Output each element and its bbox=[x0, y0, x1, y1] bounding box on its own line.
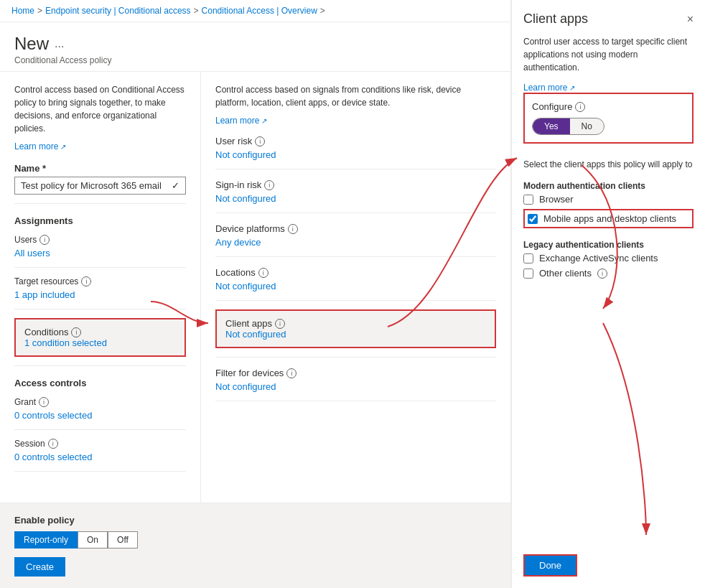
device-platforms-info-icon[interactable]: i bbox=[288, 224, 298, 234]
other-info-icon[interactable]: i bbox=[597, 269, 607, 279]
mobile-checkbox[interactable] bbox=[528, 214, 538, 224]
page-ellipsis: ... bbox=[55, 37, 64, 50]
access-controls-label: Access controls bbox=[14, 378, 186, 388]
no-button[interactable]: No bbox=[570, 118, 604, 134]
assignments-label: Assignments bbox=[14, 215, 186, 226]
client-apps-label: Client apps i bbox=[225, 318, 486, 329]
done-button[interactable]: Done bbox=[525, 556, 576, 575]
done-section: Done bbox=[523, 546, 694, 577]
configure-label: Configure i bbox=[532, 101, 685, 112]
yes-button[interactable]: Yes bbox=[533, 118, 570, 134]
breadcrumb-endpoint[interactable]: Endpoint security | Conditional access bbox=[45, 6, 191, 16]
browser-checkbox-row: Browser bbox=[523, 194, 694, 205]
user-risk-label: User risk i bbox=[215, 136, 496, 146]
target-resources-info-icon[interactable]: i bbox=[81, 276, 91, 286]
check-icon: ✓ bbox=[172, 180, 179, 191]
select-apps-text: Select the client apps this policy will … bbox=[523, 159, 694, 169]
client-apps-value[interactable]: Not configured bbox=[225, 329, 286, 340]
filter-devices-label: Filter for devices i bbox=[215, 368, 496, 378]
other-checkbox-row: Other clients i bbox=[523, 268, 694, 279]
locations-label: Locations i bbox=[215, 267, 496, 278]
filter-devices-value[interactable]: Not configured bbox=[215, 381, 276, 392]
bottom-bar: Enable policy Report-only On Off Create bbox=[0, 503, 510, 588]
breadcrumb-sep-3: > bbox=[320, 6, 325, 16]
users-label: Users i bbox=[14, 235, 186, 245]
panel-header: Client apps × bbox=[523, 11, 694, 27]
toggle-on[interactable]: On bbox=[78, 531, 108, 549]
enable-policy-label: Enable policy bbox=[14, 515, 496, 526]
panel-description: Control user access to target specific c… bbox=[523, 35, 694, 74]
user-risk-info-icon[interactable]: i bbox=[255, 136, 265, 146]
panel-learn-more[interactable]: Learn more bbox=[523, 83, 694, 93]
sign-in-risk-label: Sign-in risk i bbox=[215, 179, 496, 190]
users-info-icon[interactable]: i bbox=[39, 235, 50, 245]
toggle-off[interactable]: Off bbox=[108, 531, 138, 549]
create-button[interactable]: Create bbox=[14, 557, 65, 577]
filter-devices-info-icon[interactable]: i bbox=[286, 368, 297, 378]
breadcrumb-current[interactable]: Conditional Access | Overview bbox=[202, 6, 317, 16]
other-label: Other clients bbox=[539, 268, 592, 279]
conditions-label: Conditions i bbox=[24, 327, 176, 337]
breadcrumb-sep-1: > bbox=[37, 6, 42, 16]
done-btn-wrapper: Done bbox=[523, 554, 577, 577]
browser-checkbox[interactable] bbox=[523, 195, 533, 205]
close-button[interactable]: × bbox=[687, 13, 694, 26]
left-description: Control access based on Conditional Acce… bbox=[14, 83, 186, 135]
exchange-checkbox[interactable] bbox=[523, 253, 533, 263]
locations-value[interactable]: Not configured bbox=[215, 281, 276, 291]
device-platforms-label: Device platforms i bbox=[215, 223, 496, 234]
legacy-auth-label: Legacy authentication clients bbox=[523, 240, 694, 250]
mobile-label: Mobile apps and desktop clients bbox=[543, 213, 676, 224]
breadcrumb: Home > Endpoint security | Conditional a… bbox=[0, 0, 510, 22]
sign-in-risk-value[interactable]: Not configured bbox=[215, 193, 276, 204]
right-learn-more[interactable]: Learn more bbox=[215, 116, 267, 126]
target-resources-label: Target resources i bbox=[14, 276, 186, 286]
modern-auth-label: Modern authentication clients bbox=[523, 181, 694, 191]
user-risk-value[interactable]: Not configured bbox=[215, 149, 276, 160]
left-learn-more[interactable]: Learn more bbox=[14, 141, 66, 151]
configure-info-icon[interactable]: i bbox=[575, 102, 585, 112]
users-value[interactable]: All users bbox=[14, 248, 186, 258]
breadcrumb-sep-2: > bbox=[194, 6, 199, 16]
conditions-box[interactable]: Conditions i 1 condition selected bbox=[14, 318, 186, 357]
name-label: Name * bbox=[14, 163, 186, 174]
client-apps-panel: Client apps × Control user access to tar… bbox=[511, 0, 705, 588]
session-info-icon[interactable]: i bbox=[48, 439, 58, 449]
device-platforms-value[interactable]: Any device bbox=[215, 237, 261, 248]
exchange-label: Exchange ActiveSync clients bbox=[539, 253, 658, 263]
other-checkbox[interactable] bbox=[523, 269, 533, 279]
target-resources-value[interactable]: 1 app included bbox=[14, 289, 186, 300]
grant-label: Grant i bbox=[14, 397, 186, 407]
session-value[interactable]: 0 controls selected bbox=[14, 452, 186, 462]
breadcrumb-home[interactable]: Home bbox=[11, 6, 34, 16]
sign-in-risk-info-icon[interactable]: i bbox=[264, 180, 274, 190]
name-input[interactable]: Test policy for Microsoft 365 email ✓ bbox=[14, 177, 186, 195]
browser-label: Browser bbox=[539, 194, 574, 205]
session-label: Session i bbox=[14, 439, 186, 449]
toggle-report-only[interactable]: Report-only bbox=[14, 531, 78, 549]
grant-value[interactable]: 0 controls selected bbox=[14, 410, 186, 421]
page-subtitle: Conditional Access policy bbox=[14, 55, 496, 65]
policy-toggle-group: Report-only On Off bbox=[14, 531, 496, 549]
page-title: New ... bbox=[14, 34, 496, 54]
client-apps-info-icon[interactable]: i bbox=[275, 319, 285, 329]
mobile-checkbox-row: Mobile apps and desktop clients bbox=[523, 209, 694, 228]
yes-no-toggle: Yes No bbox=[532, 118, 604, 135]
right-description: Control access based on signals from con… bbox=[215, 83, 496, 109]
client-apps-box[interactable]: Client apps i Not configured bbox=[215, 309, 496, 348]
panel-title: Client apps bbox=[523, 11, 588, 27]
exchange-checkbox-row: Exchange ActiveSync clients bbox=[523, 253, 694, 263]
grant-info-icon[interactable]: i bbox=[39, 397, 49, 407]
configure-section: Configure i Yes No bbox=[523, 93, 694, 144]
conditions-value[interactable]: 1 condition selected bbox=[24, 337, 107, 348]
locations-info-icon[interactable]: i bbox=[258, 268, 269, 278]
conditions-info-icon[interactable]: i bbox=[71, 327, 81, 337]
